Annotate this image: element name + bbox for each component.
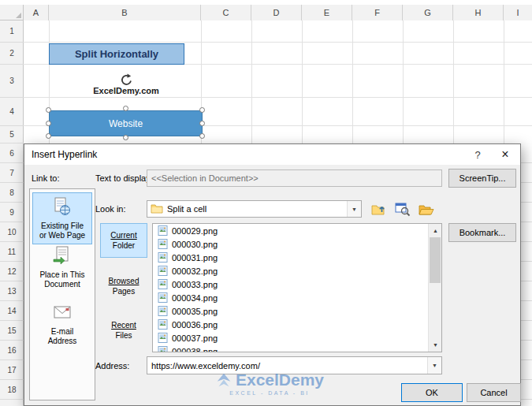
selection-handle[interactable]	[199, 133, 205, 139]
column-header[interactable]: A	[24, 5, 49, 20]
look-in-dropdown[interactable]: Split a cell ▼	[147, 200, 362, 218]
nav-label-line: Current	[110, 230, 136, 240]
text-to-display-field: <<Selection in Document>>	[147, 169, 442, 187]
row-header[interactable]: 7	[0, 163, 24, 183]
selection-handle[interactable]	[199, 107, 205, 113]
nav-recent-files[interactable]: Recent Files	[100, 313, 147, 348]
row-header[interactable]: 15	[0, 321, 24, 341]
image-file-icon	[158, 319, 168, 330]
row-header[interactable]: 8	[0, 183, 24, 203]
scroll-down-icon[interactable]: ▼	[429, 338, 442, 352]
column-header[interactable]: D	[251, 5, 302, 20]
up-one-folder-button[interactable]	[368, 199, 390, 220]
browse-file-button[interactable]	[415, 199, 437, 220]
row-header[interactable]: 5	[0, 126, 24, 143]
screentip-button[interactable]: ScreenTip...	[448, 169, 516, 188]
file-list: 000029.png 000030.png 000031.png 000032.…	[152, 223, 442, 352]
nav-label-line: Folder	[113, 240, 135, 251]
link-to-item-label: Place in This Document	[37, 270, 87, 289]
link-to-existing-file[interactable]: Existing File or Web Page	[32, 192, 92, 244]
image-file-icon	[158, 252, 168, 263]
up-folder-icon	[371, 203, 387, 217]
branding-text: ExcelDemy.com	[67, 86, 185, 95]
file-list-item[interactable]: 000036.png	[153, 318, 441, 331]
image-file-icon	[158, 346, 168, 352]
file-list-item[interactable]: 000037.png	[153, 331, 441, 345]
row-header[interactable]: 17	[0, 360, 24, 380]
browse-web-button[interactable]	[392, 199, 414, 220]
column-header[interactable]: B	[49, 5, 201, 20]
row-header[interactable]: 6	[0, 143, 24, 163]
row-header[interactable]: 10	[0, 222, 24, 242]
file-name: 000032.png	[172, 266, 218, 276]
column-header[interactable]: G	[403, 5, 453, 20]
row-header[interactable]: 16	[0, 341, 24, 360]
column-header[interactable]: F	[352, 5, 403, 20]
row-header[interactable]: 13	[0, 281, 24, 301]
selection-handle[interactable]	[46, 133, 51, 139]
chevron-down-icon[interactable]: ▼	[427, 357, 441, 374]
selection-handle[interactable]	[123, 106, 128, 111]
row-header[interactable]: 18	[0, 380, 24, 400]
row-header[interactable]: 3	[0, 65, 24, 98]
file-list-item[interactable]: 000033.png	[153, 277, 441, 291]
nav-label-line: Browsed	[109, 276, 140, 286]
ok-button[interactable]: OK	[401, 383, 463, 402]
file-list-item[interactable]: 000029.png	[153, 224, 441, 237]
cell-split-horizontally[interactable]: Split Horizontally	[49, 43, 184, 65]
file-list-item[interactable]: 000031.png	[153, 251, 441, 264]
link-to-email-address[interactable]: E-mail Address	[32, 298, 92, 350]
address-label: Address:	[95, 361, 129, 371]
link-to-item-label: E-mail Address	[37, 327, 87, 346]
file-name: 000034.png	[172, 293, 218, 303]
image-file-icon	[158, 292, 168, 303]
help-icon[interactable]: ?	[467, 144, 489, 165]
folder-icon	[151, 203, 163, 215]
nav-label-line: Pages	[113, 286, 135, 296]
row-header[interactable]: 1	[0, 20, 24, 43]
dialog-titlebar[interactable]: Insert Hyperlink ? ×	[24, 144, 520, 165]
row-header[interactable]: 2	[0, 43, 24, 65]
close-icon[interactable]: ×	[493, 144, 517, 165]
insert-hyperlink-dialog: Insert Hyperlink ? × Link to: Text to di…	[24, 143, 521, 406]
row-header[interactable]: 4	[0, 98, 24, 126]
scroll-up-icon[interactable]: ▲	[429, 224, 442, 237]
bookmark-button[interactable]: Bookmark...	[448, 223, 516, 242]
scrollbar[interactable]: ▲ ▼	[428, 224, 441, 352]
selection-handle[interactable]	[199, 121, 205, 126]
file-list-item[interactable]: 000038.png	[153, 345, 441, 352]
link-to-place-in-document[interactable]: Place in This Document	[32, 241, 92, 293]
nav-current-folder[interactable]: Current Folder	[100, 223, 147, 258]
selection-handle[interactable]	[123, 135, 128, 140]
place-in-document-icon	[52, 245, 73, 268]
column-header[interactable]: E	[302, 5, 352, 20]
column-header[interactable]: I	[504, 5, 532, 20]
file-name: 000029.png	[172, 226, 218, 236]
nav-browsed-pages[interactable]: Browsed Pages	[100, 269, 147, 304]
existing-file-icon	[52, 196, 73, 219]
row-header[interactable]: 11	[0, 242, 24, 262]
column-header[interactable]: C	[201, 5, 251, 20]
cancel-button[interactable]: Cancel	[467, 383, 521, 402]
row-header[interactable]: 9	[0, 203, 24, 222]
website-shape[interactable]: Website	[49, 110, 203, 136]
email-icon	[52, 302, 73, 325]
file-list-item[interactable]: 000032.png	[153, 264, 441, 277]
scrollbar-thumb[interactable]	[430, 237, 441, 283]
selection-handle[interactable]	[46, 107, 51, 113]
file-name: 000036.png	[172, 320, 218, 330]
file-list-item[interactable]: 000034.png	[153, 291, 441, 304]
excel-window: A B C D E F G H I 1 2 3 4 5 6 7 8 9 10 1…	[0, 0, 532, 406]
address-dropdown[interactable]: https://www.exceldemy.com/ ▼	[147, 356, 442, 374]
chevron-down-icon[interactable]: ▼	[347, 201, 361, 217]
rotate-handle-icon[interactable]	[119, 73, 133, 87]
row-header[interactable]: 14	[0, 301, 24, 321]
row-header[interactable]: 12	[0, 262, 24, 281]
file-list-item[interactable]: 000035.png	[153, 304, 441, 318]
address-value: https://www.exceldemy.com/	[147, 361, 427, 371]
select-all-corner[interactable]	[0, 5, 24, 20]
file-name: 000038.png	[172, 347, 218, 353]
file-list-item[interactable]: 000030.png	[153, 237, 441, 251]
selection-handle[interactable]	[46, 121, 51, 126]
column-header[interactable]: H	[453, 5, 504, 20]
